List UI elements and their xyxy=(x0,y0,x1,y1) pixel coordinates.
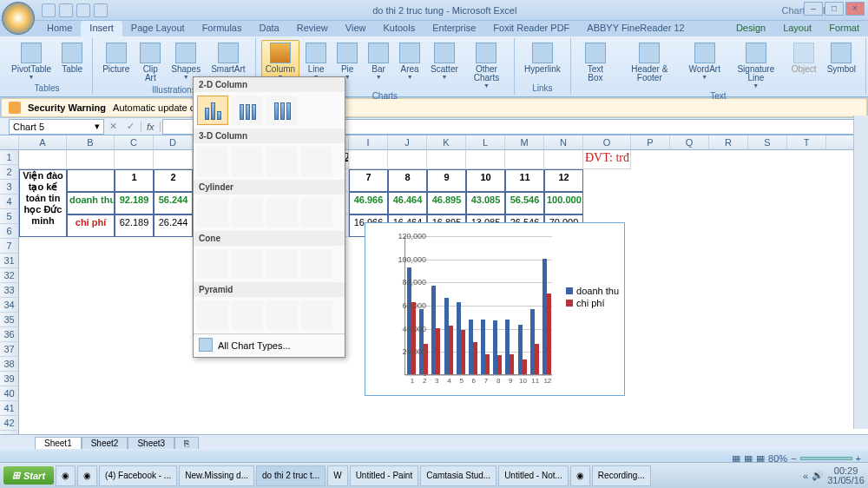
chart-type-pyramid-4[interactable] xyxy=(301,300,332,330)
col-D[interactable]: D xyxy=(154,135,193,149)
textbox-button[interactable]: Text Box xyxy=(576,40,615,85)
hyperlink-button[interactable]: Hyperlink xyxy=(520,40,565,76)
row-33[interactable]: 33 xyxy=(0,283,18,298)
header-footer-button[interactable]: Header & Footer xyxy=(616,40,682,85)
taskbar-recording[interactable]: Recording... xyxy=(592,465,651,486)
chart-type-3d-column[interactable] xyxy=(301,147,332,176)
pivottable-button[interactable]: PivotTable▼ xyxy=(7,40,56,82)
tab-enterprise[interactable]: Enterprise xyxy=(424,21,484,36)
fx-button[interactable]: fx xyxy=(141,122,161,132)
chart-type-cylinder-3[interactable] xyxy=(266,198,298,228)
tab-data[interactable]: Data xyxy=(250,21,287,36)
worksheet-grid[interactable]: A B C D E F G H I J K L M N O P Q R S T … xyxy=(0,135,868,434)
area-chart-button[interactable]: Area▼ xyxy=(395,40,424,82)
other-charts-button[interactable]: Other Charts▼ xyxy=(464,40,509,91)
chart-type-3d-clustered[interactable] xyxy=(197,147,228,176)
chart-type-3d-100stacked[interactable] xyxy=(266,147,298,176)
tab-home[interactable]: Home xyxy=(38,21,81,36)
office-button[interactable] xyxy=(2,2,35,35)
tab-review[interactable]: Review xyxy=(288,21,337,36)
taskbar-camtasia[interactable]: Camtasia Stud... xyxy=(420,465,496,486)
tab-kutools[interactable]: Kutools xyxy=(374,21,424,36)
bar-chart-button[interactable]: Bar▼ xyxy=(364,40,393,82)
col-C[interactable]: C xyxy=(115,135,154,149)
taskbar-chrome[interactable]: ◉ xyxy=(56,465,76,486)
tab-layout[interactable]: Layout xyxy=(774,21,820,36)
table-button[interactable]: Table xyxy=(57,40,87,76)
enter-formula-icon[interactable]: ✓ xyxy=(122,121,139,132)
row-6[interactable]: 6 xyxy=(0,224,18,239)
vertical-scrollbar[interactable] xyxy=(853,115,868,429)
start-button[interactable]: ⊞Start xyxy=(3,466,54,485)
row-40[interactable]: 40 xyxy=(0,386,18,401)
scatter-chart-button[interactable]: Scatter▼ xyxy=(426,40,463,82)
tray-clock[interactable]: 00:2931/05/16 xyxy=(827,466,865,485)
new-sheet-button[interactable]: ⎘ xyxy=(174,437,199,449)
chart-type-pyramid-2[interactable] xyxy=(232,300,263,330)
object-button[interactable]: Object xyxy=(787,40,821,76)
taskbar-excel1[interactable]: New.Missing d... xyxy=(179,465,254,486)
tab-abbyy[interactable]: ABBYY FineReader 12 xyxy=(578,21,693,36)
chart-type-cylinder-4[interactable] xyxy=(301,198,332,228)
chart-type-pyramid-3[interactable] xyxy=(266,300,298,330)
chart-type-stacked-column[interactable] xyxy=(232,96,263,125)
col-S[interactable]: S xyxy=(748,135,787,149)
row-37[interactable]: 37 xyxy=(0,342,18,357)
col-J[interactable]: J xyxy=(388,135,427,149)
col-O[interactable]: O xyxy=(583,135,631,149)
tab-foxit[interactable]: Foxit Reader PDF xyxy=(484,21,578,36)
chart-type-100stacked-column[interactable] xyxy=(266,96,298,125)
col-B[interactable]: B xyxy=(67,135,115,149)
name-box[interactable]: Chart 5▾ xyxy=(9,119,104,135)
taskbar-coccoc[interactable]: ◉ xyxy=(77,465,97,486)
qat-save-icon[interactable] xyxy=(42,3,56,17)
taskbar-firefox[interactable]: ◉ xyxy=(570,465,590,486)
taskbar-excel-active[interactable]: do thi 2 truc t... xyxy=(256,465,326,486)
col-N[interactable]: N xyxy=(544,135,583,149)
row-41[interactable]: 41 xyxy=(0,401,18,416)
cancel-formula-icon[interactable]: ✕ xyxy=(104,121,122,132)
row-3[interactable]: 3 xyxy=(0,180,18,195)
tab-formulas[interactable]: Formulas xyxy=(194,21,251,36)
tray-icon[interactable]: « xyxy=(803,471,808,481)
chart-type-cone-4[interactable] xyxy=(301,249,332,279)
qat-undo-icon[interactable] xyxy=(59,3,73,17)
tab-view[interactable]: View xyxy=(337,21,375,36)
restore-button[interactable]: □ xyxy=(825,2,844,16)
select-all-corner[interactable] xyxy=(0,135,19,149)
row-39[interactable]: 39 xyxy=(0,372,18,386)
chart-type-clustered-column[interactable] xyxy=(197,96,228,125)
taskbar-notepad[interactable]: Untitled - Not... xyxy=(498,465,569,486)
signature-line-button[interactable]: Signature Line▼ xyxy=(727,40,786,91)
picture-button[interactable]: Picture xyxy=(98,40,134,76)
wordart-button[interactable]: WordArt▼ xyxy=(684,40,725,82)
row-7[interactable]: 7 xyxy=(0,239,18,254)
row-32[interactable]: 32 xyxy=(0,268,18,283)
taskbar-word[interactable]: W xyxy=(327,465,347,486)
clipart-button[interactable]: Clip Art xyxy=(135,40,165,85)
qat-custom-icon[interactable] xyxy=(94,3,108,17)
zoom-slider[interactable] xyxy=(800,457,852,460)
row-36[interactable]: 36 xyxy=(0,327,18,342)
tab-insert[interactable]: Insert xyxy=(81,21,122,36)
chart-type-cylinder-1[interactable] xyxy=(197,198,228,228)
tab-format[interactable]: Format xyxy=(820,21,868,36)
col-Q[interactable]: Q xyxy=(670,135,709,149)
row-35[interactable]: 35 xyxy=(0,313,18,327)
chart-type-cone-3[interactable] xyxy=(266,249,298,279)
tab-page-layout[interactable]: Page Layout xyxy=(122,21,194,36)
chart-type-pyramid-1[interactable] xyxy=(197,300,228,330)
col-P[interactable]: P xyxy=(631,135,670,149)
sheet-tab-3[interactable]: Sheet3 xyxy=(128,437,174,449)
taskbar-facebook[interactable]: (4) Facebook - ... xyxy=(99,465,177,486)
row-1[interactable]: 1 xyxy=(0,150,18,165)
col-K[interactable]: K xyxy=(427,135,466,149)
col-R[interactable]: R xyxy=(709,135,748,149)
tab-design[interactable]: Design xyxy=(727,21,774,36)
sheet-tab-1[interactable]: Sheet1 xyxy=(35,437,82,449)
col-L[interactable]: L xyxy=(466,135,505,149)
chart-type-3d-stacked[interactable] xyxy=(232,147,263,176)
col-T[interactable]: T xyxy=(787,135,826,149)
col-M[interactable]: M xyxy=(505,135,544,149)
chart-type-cylinder-2[interactable] xyxy=(232,198,263,228)
